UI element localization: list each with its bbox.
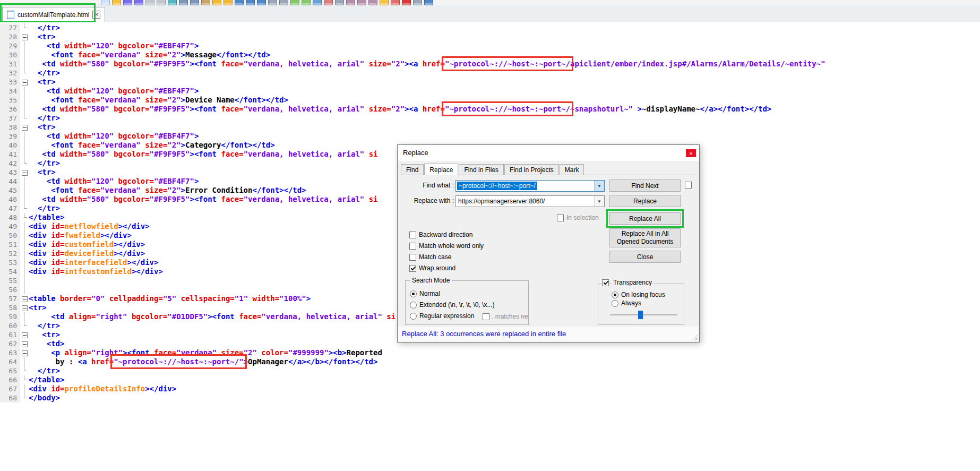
copy-icon[interactable] xyxy=(190,0,199,5)
fold-collapse-icon[interactable] xyxy=(20,294,29,303)
fold-collapse-icon[interactable] xyxy=(20,339,29,348)
folder-as-workspace-icon[interactable] xyxy=(380,0,389,5)
code-line[interactable]: 34 <td width="120" bgcolor="#EBF4F7"> xyxy=(0,87,980,96)
show-all-characters-icon[interactable] xyxy=(324,0,333,5)
file-tab[interactable]: customMailTemplate.html xyxy=(2,7,105,22)
code-line[interactable]: 30 <font face="verdana" size="2">Message… xyxy=(0,50,980,59)
fold-collapse-icon[interactable] xyxy=(20,32,29,41)
monitoring-icon[interactable] xyxy=(391,0,400,5)
fold-collapse-icon[interactable] xyxy=(20,168,29,177)
fold-collapse-icon[interactable] xyxy=(20,303,29,312)
record-macro-icon[interactable] xyxy=(402,0,411,5)
playback-macro-icon[interactable] xyxy=(424,0,433,5)
save-icon[interactable] xyxy=(123,0,132,5)
fold-collapse-icon[interactable] xyxy=(20,123,29,132)
transparency-checkbox[interactable] xyxy=(602,279,609,286)
line-number: 47 xyxy=(0,204,20,213)
paste-icon[interactable] xyxy=(201,0,210,5)
document-map-icon[interactable] xyxy=(357,0,366,5)
tab-find[interactable]: Find xyxy=(401,164,424,175)
code-line[interactable]: 64 by : <a href="~protocol~://~host~:~po… xyxy=(0,357,980,366)
backward-direction-checkbox[interactable] xyxy=(409,232,416,238)
code-line[interactable]: 36 <td width="580" bgcolor="#F9F9F5"><fo… xyxy=(0,105,980,114)
replace-with-combobox[interactable]: https://opmanagerserver:8060/ xyxy=(455,195,605,207)
fold-margin xyxy=(20,321,29,330)
match-whole-word-checkbox[interactable] xyxy=(409,243,416,250)
undo-icon[interactable] xyxy=(212,0,221,5)
search-mode-regex-radio[interactable] xyxy=(410,313,417,320)
zoom-out-icon[interactable] xyxy=(279,0,288,5)
open-folder-icon[interactable] xyxy=(112,0,121,5)
fold-collapse-icon[interactable] xyxy=(20,330,29,339)
replace-all-button[interactable]: Replace All xyxy=(609,212,681,225)
code-line[interactable]: 63 <p align="right"><font face="verdana"… xyxy=(0,348,980,357)
code-line[interactable]: 31 <td width="580" bgcolor="#F9F9F5"><fo… xyxy=(0,59,980,68)
replace-all-open-docs-button[interactable]: Replace All in All Opened Documents xyxy=(609,228,681,247)
slider-handle[interactable] xyxy=(638,311,643,319)
in-selection-checkbox[interactable] xyxy=(557,215,564,221)
code-line[interactable]: 68</body> xyxy=(0,393,980,403)
search-mode-normal-radio[interactable] xyxy=(410,290,417,297)
code-line[interactable]: 66</table> xyxy=(0,375,980,384)
new-file-icon[interactable] xyxy=(101,0,110,5)
code-line[interactable]: 35 <font face="verdana" size="2">Device … xyxy=(0,96,980,105)
close-file-icon[interactable] xyxy=(145,0,154,5)
find-in-files-icon[interactable] xyxy=(246,0,255,5)
stop-record-icon[interactable] xyxy=(413,0,422,5)
on-losing-focus-radio[interactable] xyxy=(612,292,618,298)
word-wrap-icon[interactable] xyxy=(313,0,322,5)
code-line[interactable]: 28 <tr> xyxy=(0,32,980,41)
tab-bar: customMailTemplate.html xyxy=(0,5,980,23)
sync-horizontal-icon[interactable] xyxy=(302,0,311,5)
close-icon[interactable] xyxy=(686,149,696,157)
code-line[interactable]: 37 </tr> xyxy=(0,114,980,123)
close-all-icon[interactable] xyxy=(157,0,166,5)
dialog-titlebar[interactable]: Replace xyxy=(398,145,699,161)
two-button-mode-checkbox[interactable] xyxy=(685,182,692,189)
tab-find-in-files[interactable]: Find in Files xyxy=(459,164,504,175)
chevron-down-icon[interactable] xyxy=(594,181,604,191)
match-case-checkbox[interactable] xyxy=(409,254,416,261)
line-number: 34 xyxy=(0,87,20,96)
resize-grip[interactable] xyxy=(692,335,698,340)
cut-icon[interactable] xyxy=(179,0,188,5)
replace-icon[interactable] xyxy=(257,0,266,5)
code-line[interactable]: 39 <td width="120" bgcolor="#EBF4F7"> xyxy=(0,132,980,141)
close-button[interactable]: Close xyxy=(609,251,681,263)
chevron-down-icon[interactable] xyxy=(594,196,604,207)
print-icon[interactable] xyxy=(168,0,177,5)
find-icon[interactable] xyxy=(235,0,244,5)
fold-collapse-icon[interactable] xyxy=(20,78,29,87)
always-radio[interactable] xyxy=(612,300,618,307)
code-line[interactable]: 29 <td width="120" bgcolor="#EBF4F7"> xyxy=(0,41,980,50)
tab-find-in-projects[interactable]: Find in Projects xyxy=(504,164,559,175)
find-next-button[interactable]: Find Next xyxy=(609,179,681,192)
search-mode-extended-radio[interactable] xyxy=(410,302,417,309)
save-all-icon[interactable] xyxy=(134,0,143,5)
code-line[interactable]: 27 </tr> xyxy=(0,23,980,32)
wrap-around-checkbox[interactable] xyxy=(409,265,416,272)
code-text: <td width="120" bgcolor="#EBF4F7"> xyxy=(29,132,199,141)
transparency-slider[interactable] xyxy=(610,314,677,315)
zoom-in-icon[interactable] xyxy=(268,0,277,5)
code-line[interactable]: 65 </tr> xyxy=(0,366,980,375)
function-list-icon[interactable] xyxy=(346,0,355,5)
code-line[interactable]: 67<div id=profileDetailsInfo></div> xyxy=(0,384,980,393)
matches-newline-checkbox[interactable] xyxy=(483,313,489,320)
indent-guide-icon[interactable] xyxy=(335,0,344,5)
sync-vertical-icon[interactable] xyxy=(290,0,299,5)
fold-margin xyxy=(20,276,29,285)
tab-close-icon[interactable] xyxy=(92,11,100,19)
line-number: 33 xyxy=(0,78,20,87)
fold-collapse-icon[interactable] xyxy=(20,348,29,357)
replace-button[interactable]: Replace xyxy=(609,195,681,207)
code-line[interactable]: 32 </tr> xyxy=(0,68,980,78)
code-line[interactable]: 33 <tr> xyxy=(0,78,980,87)
tab-mark[interactable]: Mark xyxy=(560,164,584,175)
tab-replace[interactable]: Replace xyxy=(424,164,458,175)
document-list-icon[interactable] xyxy=(368,0,377,5)
redo-icon[interactable] xyxy=(223,0,233,5)
find-what-combobox[interactable]: ~protocol~://~host~:~port~/ xyxy=(455,180,605,192)
code-text: <table border="0" cellpadding="5" cellsp… xyxy=(29,294,311,303)
code-line[interactable]: 38 <tr> xyxy=(0,123,980,132)
